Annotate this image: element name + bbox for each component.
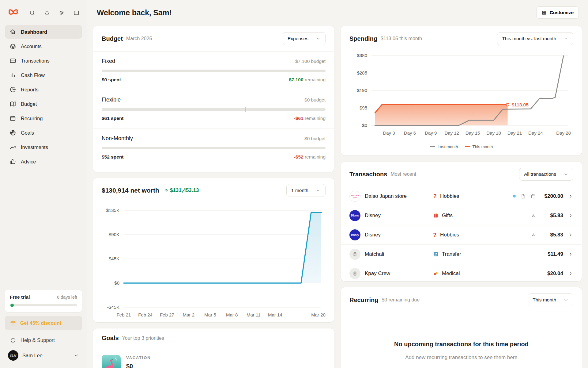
budget-remaining-label: -$61 remaining: [294, 116, 326, 121]
help-support-label: Help & Support: [21, 337, 55, 343]
chevron-right-icon: [568, 194, 573, 199]
discount-label: Get 45% discount: [20, 320, 61, 326]
bars-icon: [9, 72, 16, 79]
sidebar-nav: DashboardAccountsTransactionsCash FlowRe…: [5, 25, 82, 169]
svg-text:$95: $95: [360, 105, 367, 110]
discount-button[interactable]: Get 45% discount: [5, 316, 82, 330]
sidebar-item-label: Accounts: [21, 44, 42, 49]
customize-button[interactable]: Customize: [536, 6, 579, 19]
sidebar-item-cash-flow[interactable]: Cash Flow: [5, 68, 82, 82]
sidebar-item-reports[interactable]: Reports: [5, 83, 82, 96]
svg-text:$0: $0: [114, 280, 119, 286]
svg-text:Mar 11: Mar 11: [247, 312, 261, 317]
transactions-filter-dropdown[interactable]: All transactions: [519, 168, 573, 181]
trial-progress-dot: [10, 304, 14, 307]
sidebar-item-label: Investments: [21, 144, 48, 150]
transactions-card-title: Transactions: [349, 171, 387, 178]
main-content: Welcome back, Sam! Customize Budget Marc…: [87, 0, 588, 368]
sidebar-spacer: [5, 169, 82, 288]
recurring-empty-state: No upcoming transactions for this time p…: [341, 312, 582, 368]
svg-text:Mar 20: Mar 20: [311, 312, 326, 317]
calendar-sm-icon: [530, 194, 536, 199]
pie-icon: [9, 86, 16, 93]
settings-gear-icon[interactable]: [58, 10, 65, 16]
transaction-row[interactable]: DisneyDisney?Hobbies$5.83: [341, 225, 582, 244]
spending-compare-dropdown[interactable]: This month vs. last month: [497, 32, 573, 45]
transaction-right: $11.49: [541, 251, 573, 257]
transaction-category: ?Hobbies: [433, 232, 530, 238]
sidebar-toggle-icon[interactable]: [73, 10, 80, 16]
sidebar-item-budget[interactable]: Budget: [5, 97, 82, 111]
chevron-down-icon: [74, 353, 79, 358]
budget-progress-bar: [102, 108, 326, 111]
chevron-down-icon: [316, 188, 321, 193]
transaction-row[interactable]: Kpay CrewMedical$20.04: [341, 264, 582, 283]
recurring-range-dropdown[interactable]: This month: [528, 293, 573, 306]
transaction-amount: $5.83: [541, 213, 563, 219]
networth-range-dropdown[interactable]: 1 month: [286, 184, 326, 197]
chevron-right-icon: [568, 251, 573, 257]
svg-text:Day 21: Day 21: [507, 130, 522, 136]
svg-text:$135K: $135K: [106, 208, 119, 213]
budget-amount-label: $0 budget: [304, 136, 326, 141]
left-column: Budget March 2025 Expenses Fixed$7,100 b…: [93, 26, 334, 368]
transaction-right: $5.83: [530, 213, 573, 219]
search-icon[interactable]: [29, 10, 36, 16]
svg-text:$0: $0: [362, 123, 367, 128]
sidebar-item-goals[interactable]: Goals: [5, 126, 82, 140]
budget-remaining-label: $7,100 remaining: [289, 77, 326, 82]
svg-text:Feb 24: Feb 24: [138, 312, 153, 317]
sidebar-item-transactions[interactable]: Transactions: [5, 54, 82, 67]
question-icon: ?: [433, 193, 437, 200]
chevron-down-icon: [564, 36, 568, 41]
sidebar-item-advice[interactable]: Advice: [5, 155, 82, 168]
budget-spent-label: $52 spent: [102, 154, 124, 160]
thumb-icon: [9, 158, 16, 165]
sidebar-item-investments[interactable]: Investments: [5, 140, 82, 154]
user-name: Sam Lee: [22, 353, 43, 358]
budget-category-name: Flexible: [102, 97, 121, 103]
transaction-right: $5.83: [530, 232, 573, 238]
goals-card-title: Goals: [102, 335, 119, 342]
budget-filter-dropdown[interactable]: Expenses: [283, 32, 326, 45]
page-title: Welcome back, Sam!: [97, 8, 172, 17]
budget-row-non-monthly: Non-Monthly$0 budget$52 spent-$52 remain…: [93, 129, 334, 167]
transaction-row[interactable]: DisneyDisneyGifts$5.83: [341, 206, 582, 225]
transaction-right: $200.00: [513, 193, 573, 199]
transaction-row[interactable]: MatchaliTransfer$11.49: [341, 244, 582, 264]
sidebar-item-dashboard[interactable]: Dashboard: [5, 25, 82, 39]
app-root: DashboardAccountsTransactionsCash FlowRe…: [0, 0, 588, 368]
transaction-merchant: DisneyDisney: [349, 210, 433, 221]
sidebar-item-accounts[interactable]: Accounts: [5, 40, 82, 53]
spending-chart: $0$95$190$285$380Day 3Day 6Day 9Day 12Da…: [341, 51, 582, 144]
legend-item-this-month: This month: [465, 144, 493, 149]
recurring-card: Recurring $0 remaining due This month No…: [341, 287, 582, 368]
sidebar-item-label: Budget: [21, 101, 37, 107]
help-support-button[interactable]: Help & Support: [5, 333, 82, 347]
notifications-bell-icon[interactable]: [44, 10, 50, 16]
main-header: Welcome back, Sam! Customize: [93, 0, 582, 26]
sidebar-item-recurring[interactable]: Recurring: [5, 112, 82, 125]
budget-progress-bar: [102, 70, 326, 72]
budget-amount-label: $0 budget: [304, 97, 326, 103]
budget-category-name: Fixed: [102, 58, 115, 64]
goal-row[interactable]: VACATION $0 $0.00 This month: [93, 348, 334, 368]
transaction-row[interactable]: DAISOJapanDaiso Japan store?Hobbies$200.…: [341, 186, 582, 206]
transaction-category: Gifts: [433, 213, 530, 219]
budget-bar-marker: [245, 107, 246, 112]
layers-icon: [9, 43, 16, 50]
sidebar: DashboardAccountsTransactionsCash FlowRe…: [0, 0, 87, 368]
chevron-right-icon: [568, 271, 573, 276]
goals-card: Goals Your top 3 priorities: [93, 328, 334, 368]
sidebar-top-bar: [5, 5, 82, 25]
budget-row-fixed: Fixed$7,100 budget$0 spent$7,100 remaini…: [93, 52, 334, 90]
customize-label: Customize: [550, 10, 574, 15]
svg-text:$113.05: $113.05: [512, 102, 529, 107]
trial-days-left: 6 days left: [57, 295, 77, 300]
user-menu[interactable]: SLM Sam Lee: [5, 347, 82, 362]
budget-filter-label: Expenses: [288, 36, 308, 41]
sidebar-item-label: Goals: [21, 130, 34, 136]
transaction-category: ?Hobbies: [433, 193, 513, 200]
transaction-merchant: Kpay Crew: [349, 268, 433, 279]
merchant-logo-generic: [349, 249, 360, 260]
